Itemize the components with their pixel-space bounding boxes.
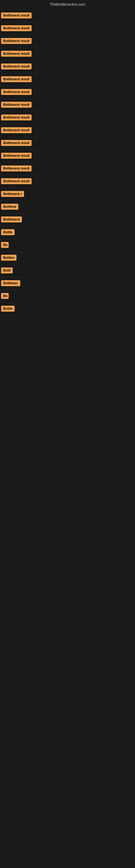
bottleneck-badge[interactable]: Bo [1, 293, 9, 299]
bottleneck-badge[interactable]: Bottleneck result [1, 140, 32, 146]
bottleneck-badge[interactable]: Bottlenec [1, 280, 20, 286]
result-row: Bo [0, 239, 135, 252]
bottleneck-badge[interactable]: Bottleneck result [1, 38, 32, 44]
bottleneck-badge[interactable]: Bottl [1, 268, 13, 273]
result-row: Bottlen [0, 252, 135, 265]
results-list: Bottleneck resultBottleneck resultBottle… [0, 10, 135, 315]
bottleneck-badge[interactable]: Bottleneck [1, 216, 22, 222]
bottleneck-badge[interactable]: Bottleneck result [1, 127, 32, 133]
bottleneck-badge[interactable]: Bottleneck result [1, 89, 32, 95]
result-row: Bottle [0, 303, 135, 315]
result-row: Bottleneck r [0, 188, 135, 201]
bottleneck-badge[interactable]: Bottleneck result [1, 115, 32, 120]
result-row: Bottleneck result [0, 163, 135, 176]
site-header: TheBottlenecker.com [0, 0, 135, 10]
result-row: Bottleneck result [0, 35, 135, 48]
site-title: TheBottlenecker.com [50, 2, 85, 6]
result-row: Bottleneck result [0, 10, 135, 23]
bottleneck-badge[interactable]: Bottleneck result [1, 25, 32, 31]
bottleneck-badge[interactable]: Bottle [1, 229, 14, 235]
bottleneck-badge[interactable]: Bottleneck result [1, 51, 32, 57]
result-row: Bottleneck result [0, 112, 135, 124]
result-row: Bottleneck result [0, 150, 135, 163]
result-row: Bottleneck result [0, 23, 135, 35]
bottleneck-badge[interactable]: Bottleneck result [1, 178, 32, 184]
result-row: Bottleneck result [0, 61, 135, 73]
bottleneck-badge[interactable]: Bottleneck result [1, 12, 32, 19]
bottleneck-badge[interactable]: Bottleneck result [1, 165, 32, 172]
result-row: Bo [0, 290, 135, 303]
result-row: Bottleneck result [0, 86, 135, 99]
result-row: Bottleneck result [0, 73, 135, 86]
bottleneck-badge[interactable]: Bottlene [1, 204, 18, 210]
result-row: Bottleneck result [0, 176, 135, 188]
result-row: Bottle [0, 226, 135, 239]
bottleneck-badge[interactable]: Bottlen [1, 255, 16, 261]
result-row: Bottleneck result [0, 137, 135, 150]
result-row: Bottleneck result [0, 48, 135, 61]
bottleneck-badge[interactable]: Bottleneck r [1, 191, 24, 197]
result-row: Bottleneck result [0, 124, 135, 137]
result-row: Bottleneck result [0, 99, 135, 112]
bottleneck-badge[interactable]: Bottle [1, 306, 14, 312]
result-row: Bottl [0, 265, 135, 278]
bottleneck-badge[interactable]: Bo [1, 242, 9, 248]
bottleneck-badge[interactable]: Bottleneck result [1, 76, 32, 82]
bottleneck-badge[interactable]: Bottleneck result [1, 63, 32, 69]
result-row: Bottleneck [0, 214, 135, 226]
bottleneck-badge[interactable]: Bottleneck result [1, 153, 32, 159]
result-row: Bottlene [0, 201, 135, 214]
result-row: Bottlenec [0, 278, 135, 290]
bottleneck-badge[interactable]: Bottleneck result [1, 102, 32, 108]
